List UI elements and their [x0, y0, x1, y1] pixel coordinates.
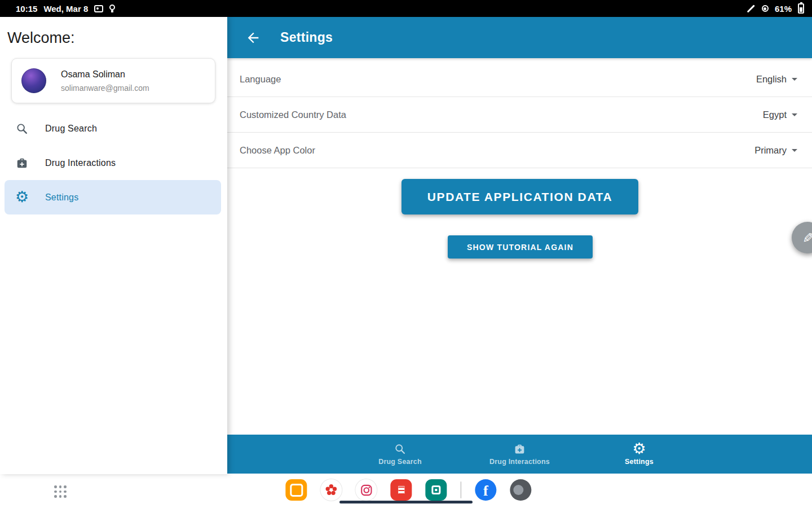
nav-drawer: Welcome: Osama Soliman solimanware@gmail…: [0, 17, 227, 474]
gear-icon: [14, 190, 30, 205]
status-time: 10:15: [16, 4, 37, 14]
bottom-nav: Drug Search Drug Interactions Settings: [227, 435, 812, 474]
system-taskbar: [0, 474, 812, 508]
medical-bag-icon: [14, 157, 30, 169]
setting-row-language[interactable]: Language English: [227, 62, 812, 97]
screenshot-icon: [94, 5, 103, 12]
setting-label: Customized Country Data: [240, 110, 346, 120]
setting-value: Egypt: [763, 110, 787, 120]
app-bar: Settings: [227, 17, 812, 58]
taskbar-dock: [285, 479, 531, 501]
instagram-app-icon[interactable]: [355, 479, 377, 501]
pen-slash-icon: [747, 5, 755, 12]
back-button[interactable]: [241, 25, 266, 50]
setting-row-country-data[interactable]: Customized Country Data Egypt: [227, 97, 812, 133]
setting-value-dropdown[interactable]: Primary: [754, 145, 797, 156]
search-icon: [14, 122, 30, 135]
setting-value-dropdown[interactable]: English: [756, 74, 797, 85]
battery-percent: 61%: [775, 4, 792, 14]
folder-app-icon[interactable]: [285, 479, 307, 501]
back-arrow-icon: [245, 30, 261, 46]
setting-label: Choose App Color: [240, 145, 315, 156]
avatar: [21, 68, 46, 93]
setting-value: English: [756, 74, 787, 85]
browser-app-icon[interactable]: [510, 479, 531, 501]
battery-icon: [798, 3, 804, 14]
status-bar-left: 10:15 Wed, Mar 8: [16, 4, 115, 14]
note-sheet: [396, 484, 406, 496]
medical-bag-icon: [514, 443, 526, 455]
sidebar-item-label: Drug Search: [45, 124, 97, 134]
settings-list: Language English Customized Country Data…: [227, 58, 812, 168]
settings-screen: Settings Language English Customized Cou…: [227, 17, 812, 474]
setting-row-app-color[interactable]: Choose App Color Primary: [227, 133, 812, 168]
setting-value: Primary: [754, 145, 787, 156]
flower-icon: [324, 483, 338, 497]
user-info: Osama Soliman solimanware@gmail.com: [61, 69, 149, 93]
setting-value-dropdown[interactable]: Egypt: [763, 110, 797, 120]
user-card[interactable]: Osama Soliman solimanware@gmail.com: [11, 58, 215, 103]
chevron-down-icon: [792, 78, 797, 84]
chevron-down-icon: [792, 149, 797, 155]
instagram-glyph: [360, 484, 373, 497]
status-bar: 10:15 Wed, Mar 8 61%: [0, 0, 812, 17]
user-email: solimanware@gmail.com: [61, 84, 149, 93]
sidebar-item-label: Drug Interactions: [45, 158, 116, 168]
dock-divider: [460, 481, 461, 498]
bottom-nav-label: Drug Interactions: [489, 458, 550, 466]
sidebar-item-settings[interactable]: Settings: [5, 180, 221, 214]
status-date: Wed, Mar 8: [43, 4, 88, 14]
page-title: Settings: [280, 30, 333, 45]
home-indicator[interactable]: [339, 501, 473, 503]
edit-fab[interactable]: [792, 222, 812, 253]
bottom-nav-label: Drug Search: [378, 458, 422, 466]
voice-status-icon: [762, 5, 769, 12]
drawer-menu: Drug Search Drug Interactions Settings: [0, 111, 227, 214]
bottom-nav-settings[interactable]: Settings: [580, 435, 699, 474]
sidebar-item-drug-search[interactable]: Drug Search: [0, 111, 227, 146]
show-tutorial-button[interactable]: SHOW TUTORIAL AGAIN: [448, 235, 593, 259]
welcome-heading: Welcome:: [7, 29, 75, 47]
bulb-icon: [109, 5, 115, 10]
sidebar-item-drug-interactions[interactable]: Drug Interactions: [0, 146, 227, 180]
gear-icon: [632, 443, 646, 455]
setting-label: Language: [240, 74, 281, 85]
notes-app-icon[interactable]: [390, 479, 412, 501]
search-icon: [394, 443, 406, 455]
bottom-nav-drug-interactions[interactable]: Drug Interactions: [460, 435, 580, 474]
chevron-down-icon: [792, 113, 797, 119]
facebook-app-icon[interactable]: [475, 479, 496, 501]
sidebar-item-label: Settings: [45, 192, 78, 203]
user-name: Osama Soliman: [61, 69, 149, 80]
memo-app-icon[interactable]: [425, 479, 447, 501]
bottom-nav-drug-search[interactable]: Drug Search: [341, 435, 460, 474]
update-application-data-button[interactable]: UPDATE APPLICATION DATA: [401, 179, 638, 214]
status-bar-right: 61%: [746, 3, 804, 14]
app-drawer-button[interactable]: [54, 485, 67, 498]
gallery-app-icon[interactable]: [320, 479, 342, 501]
bottom-nav-label: Settings: [625, 458, 654, 466]
